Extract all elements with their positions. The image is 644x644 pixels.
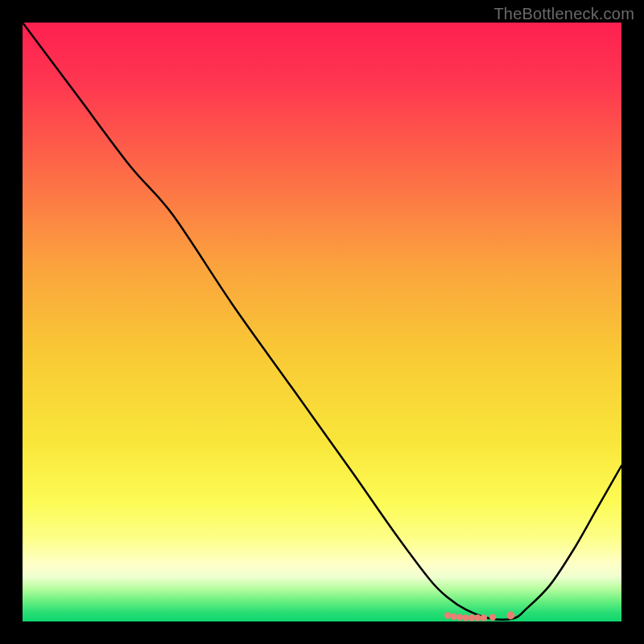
marker-dot: [506, 612, 514, 620]
bottleneck-chart: [23, 23, 621, 621]
marker-dot: [456, 614, 463, 621]
watermark-text: TheBottleneck.com: [493, 5, 634, 23]
marker-dot: [450, 613, 456, 620]
marker-dot: [481, 614, 487, 621]
gradient-background: [23, 23, 621, 621]
marker-dot: [474, 614, 481, 621]
marker-dot: [462, 614, 469, 621]
marker-dot: [489, 614, 496, 621]
marker-dot: [444, 612, 451, 618]
marker-dot: [469, 614, 475, 621]
